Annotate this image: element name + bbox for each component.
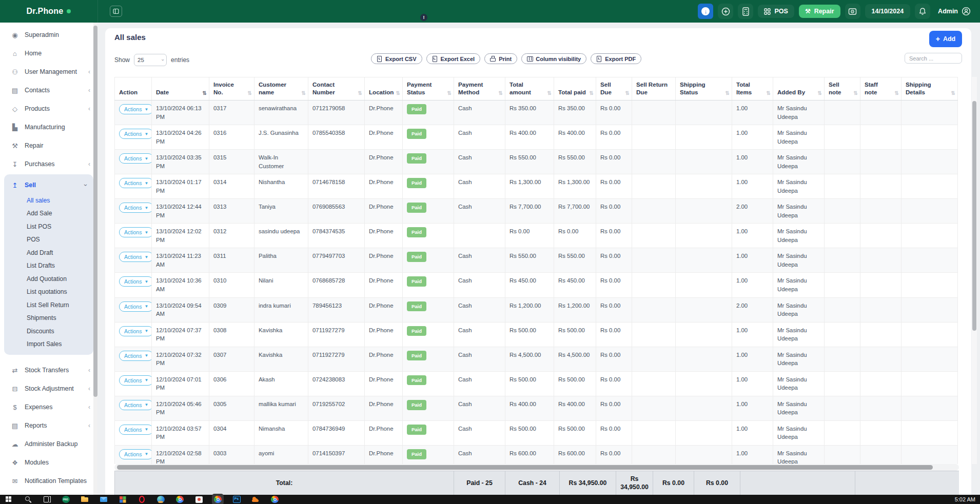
export-button[interactable]: Export PDF [591, 53, 641, 64]
horizontal-scrollbar-thumb[interactable] [117, 465, 933, 470]
column-header[interactable]: Shipping Details ⇅ [901, 77, 958, 100]
sell-submenu-item[interactable]: List Sell Return [4, 298, 93, 312]
sidebar-item[interactable]: ✉ Notification Templates [0, 472, 97, 490]
sell-submenu-item[interactable]: Shipments [4, 312, 93, 325]
sidebar-item[interactable]: ▙ Manufacturing [0, 118, 97, 136]
sidebar-item[interactable]: $ Expenses ‹ [0, 398, 97, 416]
download-button[interactable]: ↓ [698, 4, 713, 19]
pro-app-icon[interactable] [62, 495, 70, 503]
repair-button[interactable]: ⚒ Repair [799, 5, 840, 18]
cell-invoice-no: 0308 [209, 322, 254, 347]
sell-submenu-item[interactable]: Add Sale [4, 207, 93, 220]
sidebar-item[interactable]: ◉ Superadmin [0, 26, 97, 44]
sidebar-scrollbar-thumb[interactable] [93, 26, 97, 397]
row-actions-button[interactable]: Actions▼ [119, 276, 152, 287]
notifications-button[interactable] [915, 4, 930, 19]
sidebar-item[interactable]: ⌂ Home [0, 44, 97, 63]
row-actions-button[interactable]: Actions▼ [119, 326, 152, 336]
chrome-active-icon[interactable] [213, 495, 222, 503]
sidebar-item[interactable]: ▤ Contacts ‹ [0, 81, 97, 99]
column-header[interactable]: Total paid ⇅ [554, 77, 596, 100]
sell-submenu-item[interactable]: Discounts [4, 325, 93, 338]
sidebar-item[interactable]: ⊟ Stock Adjustment ‹ [0, 379, 97, 398]
row-actions-button[interactable]: Actions▼ [119, 203, 152, 213]
sell-submenu-item[interactable]: POS [4, 233, 93, 247]
sell-submenu-item[interactable]: List quotations [4, 286, 93, 299]
file-explorer-icon[interactable] [81, 495, 89, 503]
opera-icon[interactable] [138, 495, 146, 503]
edge-browser-icon[interactable] [156, 495, 165, 503]
office-tiles-icon[interactable] [119, 495, 127, 503]
row-actions-button[interactable]: Actions▼ [119, 104, 152, 114]
sidebar-toggle-icon[interactable] [110, 6, 122, 17]
column-header[interactable]: Payment Method ⇅ [454, 77, 505, 100]
sell-submenu-item[interactable]: Import Sales [4, 338, 93, 351]
column-header[interactable]: Location ⇅ [365, 77, 403, 100]
column-header[interactable]: Sell Due ⇅ [596, 77, 632, 100]
task-view-icon[interactable] [43, 495, 51, 503]
row-actions-button[interactable]: Actions▼ [119, 301, 152, 312]
row-actions-button[interactable]: Actions▼ [119, 449, 152, 459]
photoshop-icon[interactable] [232, 495, 241, 503]
add-sale-button[interactable]: + Add [929, 31, 962, 47]
chrome-icon[interactable] [175, 495, 184, 503]
sell-menu-group: ↥ Sell ‹ All sales Add Sale List POS POS… [4, 174, 93, 355]
sidebar-item[interactable]: ⚇ User Management ‹ [0, 63, 97, 81]
user-menu[interactable]: Admin [935, 5, 974, 18]
calculator-button[interactable] [738, 4, 753, 19]
chrome-icon-2[interactable] [270, 495, 279, 503]
sidebar-item[interactable]: ⚒ Repair [0, 136, 97, 155]
row-actions-button[interactable]: Actions▼ [119, 351, 152, 361]
sell-submenu-item[interactable]: Add Quotation [4, 272, 93, 286]
row-actions-button[interactable]: Actions▼ [119, 400, 152, 410]
sell-submenu-item[interactable]: Add Draft [4, 246, 93, 259]
column-header[interactable]: Payment Status ⇅ [403, 77, 454, 100]
navbar-date[interactable]: 14/10/2024 [865, 4, 911, 18]
sidebar-item[interactable]: ⇄ Stock Transfers ‹ [0, 361, 97, 379]
export-button[interactable]: Column visibility [521, 53, 586, 64]
column-header[interactable]: Date ⇅ [152, 77, 209, 100]
row-actions-button[interactable]: Actions▼ [119, 153, 152, 164]
row-actions-button[interactable]: Actions▼ [119, 375, 152, 386]
column-header[interactable]: Total amount ⇅ [505, 77, 554, 100]
quick-add-button[interactable] [718, 4, 733, 19]
export-button[interactable]: Export Excel [426, 53, 481, 64]
column-header[interactable]: Shipping Status ⇅ [676, 77, 732, 100]
column-header[interactable]: Invoice No. ⇅ [209, 77, 254, 100]
sell-submenu-item[interactable]: List Drafts [4, 259, 93, 273]
column-header[interactable]: Contact Number ⇅ [308, 77, 365, 100]
sidebar-item[interactable]: ▤ Reports ‹ [0, 416, 97, 435]
column-header[interactable]: Sell Return Due ⇅ [632, 77, 676, 100]
cell-payment-method: Cash [454, 347, 505, 371]
sidebar-item[interactable]: ↧ Purchases ‹ [0, 155, 97, 173]
sell-submenu-item[interactable]: List POS [4, 220, 93, 233]
column-header[interactable]: Total Items ⇅ [732, 77, 773, 100]
row-actions-button[interactable]: Actions▼ [119, 425, 152, 435]
sidebar-item[interactable]: ☁ Administer Backup [0, 435, 97, 453]
row-actions-button[interactable]: Actions▼ [119, 227, 152, 237]
register-button[interactable] [845, 4, 860, 19]
column-header[interactable]: Staff note ⇅ [860, 77, 901, 100]
paint-app-icon[interactable] [194, 495, 203, 503]
cloud-app-icon[interactable] [251, 495, 260, 503]
search-input[interactable] [905, 53, 962, 64]
pos-button[interactable]: POS [758, 5, 794, 18]
export-button[interactable]: Print [484, 53, 517, 64]
column-header[interactable]: Added By ⇅ [773, 77, 825, 100]
start-icon[interactable] [5, 495, 13, 503]
sell-submenu-item[interactable]: All sales [4, 194, 93, 207]
sidebar-item-sell[interactable]: ↥ Sell ‹ [4, 176, 93, 194]
export-button[interactable]: Export CSV [371, 53, 422, 64]
column-header[interactable]: Action ⇅ [115, 77, 152, 100]
column-header[interactable]: Customer name ⇅ [254, 77, 308, 100]
sidebar-item[interactable]: ❖ Modules [0, 453, 97, 472]
page-length-select[interactable]: 25 ‹ [134, 54, 167, 66]
row-actions-button[interactable]: Actions▼ [119, 129, 152, 139]
sidebar-item[interactable]: ◇ Products ‹ [0, 99, 97, 118]
row-actions-button[interactable]: Actions▼ [119, 252, 152, 262]
mail-icon[interactable] [100, 495, 108, 503]
vertical-scrollbar-thumb[interactable] [972, 101, 976, 331]
search-icon[interactable] [24, 495, 32, 503]
column-header[interactable]: Sell note ⇅ [825, 77, 860, 100]
row-actions-button[interactable]: Actions▼ [119, 178, 152, 188]
